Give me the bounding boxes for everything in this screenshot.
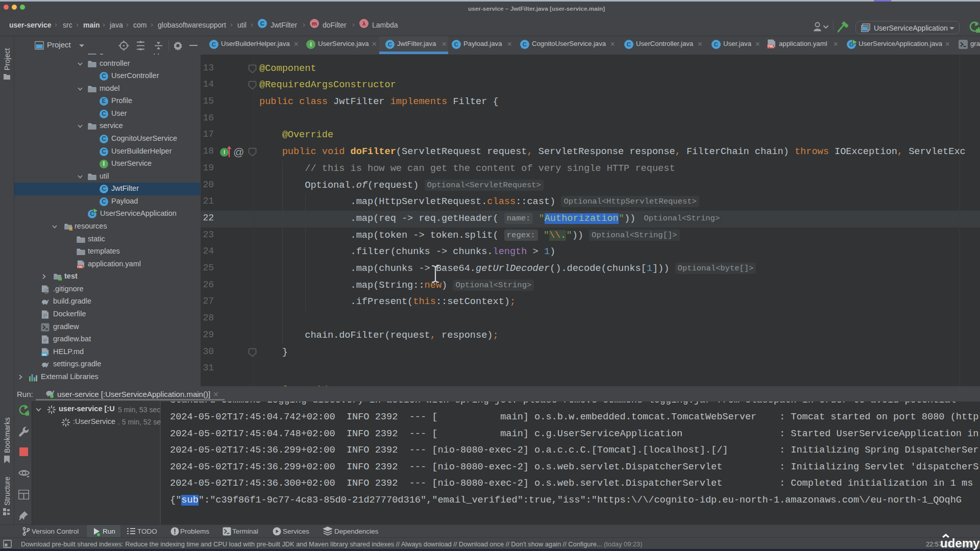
svg-text:udemy: udemy	[940, 536, 980, 550]
svg-text:MD: MD	[42, 353, 47, 356]
svg-text:YML: YML	[77, 265, 83, 268]
svg-text:YML: YML	[767, 44, 774, 48]
